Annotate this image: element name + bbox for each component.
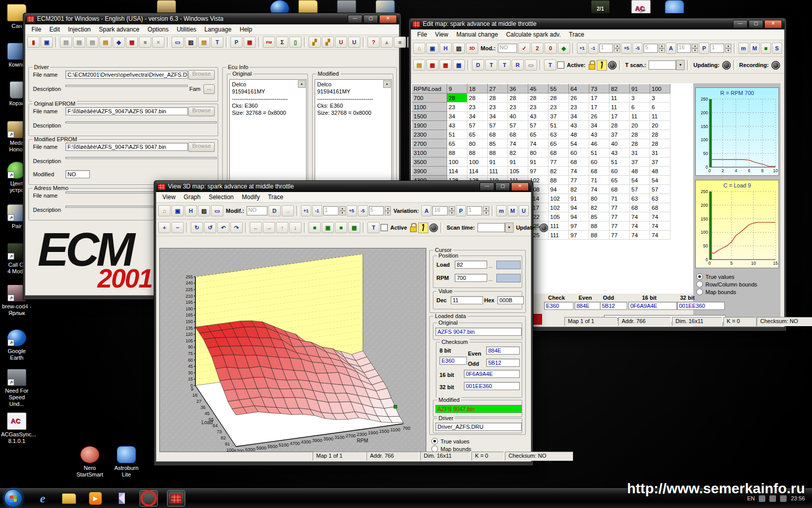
menu-item-edit[interactable]: Edit [45, 25, 64, 34]
map-cell[interactable]: 77 [610, 221, 630, 231]
map-cell[interactable]: 63 [549, 130, 569, 139]
lock-icon[interactable] [410, 223, 417, 232]
map-cell[interactable]: 100 [467, 157, 488, 167]
close-button[interactable]: ✕ [511, 182, 529, 191]
menu-item-trace[interactable]: Trace [565, 30, 588, 39]
map-cell[interactable]: 34 [447, 112, 467, 121]
mod-desc-field[interactable] [65, 157, 217, 159]
map-cell[interactable]: 88 [488, 148, 508, 157]
undo-icon[interactable]: ↶ [217, 222, 229, 233]
save-icon[interactable]: ▦ [126, 37, 138, 48]
map-cell[interactable]: 34 [467, 112, 488, 121]
map-cell[interactable]: 23 [528, 103, 549, 112]
map-cell[interactable]: 65 [528, 130, 549, 139]
clear-icon[interactable]: × [152, 37, 164, 48]
min-icon[interactable]: m [496, 205, 506, 216]
map-cell[interactable]: 48 [630, 167, 650, 176]
map-cell[interactable]: 17 [610, 112, 630, 121]
col-header[interactable]: 36 [508, 84, 528, 93]
row-header[interactable]: 3900 [412, 167, 447, 176]
map-cell[interactable]: 6 [650, 103, 670, 112]
map-cell[interactable]: 74 [630, 231, 650, 240]
map-cell[interactable]: 74 [528, 139, 549, 148]
map-cell[interactable]: 68 [508, 130, 528, 139]
absolute-icon[interactable]: A [666, 43, 676, 54]
dec-view-icon[interactable]: D [268, 205, 281, 216]
map-cell[interactable]: 34 [569, 112, 589, 121]
map-cell[interactable]: 114 [447, 167, 467, 176]
map-cell[interactable]: 77 [610, 231, 630, 240]
zoom-out-icon[interactable]: − [172, 222, 184, 233]
menu-item-language[interactable]: Language [200, 25, 235, 34]
memory-icon[interactable]: ▯ [289, 37, 301, 48]
map-cell[interactable]: 57 [650, 185, 670, 194]
percent-spinner[interactable]: ▴▾ [483, 206, 489, 215]
row-header[interactable]: 3500 [412, 157, 447, 167]
menu-item-graph[interactable]: Graph [180, 193, 205, 201]
close-button[interactable]: ✕ [764, 20, 782, 28]
mod-browse-button[interactable]: Browse [188, 142, 215, 152]
map-cell[interactable]: 88 [467, 148, 488, 157]
map-cell[interactable]: 111 [549, 221, 569, 231]
copy-icon[interactable]: ▣ [426, 43, 438, 54]
menu-item-trace[interactable]: Trace [264, 193, 287, 201]
map-cell[interactable]: 65 [549, 139, 569, 148]
map-cell[interactable]: 82 [549, 167, 569, 176]
map-cell[interactable]: 28 [467, 93, 488, 103]
open-icon[interactable]: ▤ [413, 59, 425, 71]
map-cell[interactable]: 28 [549, 93, 569, 103]
taskbar-explorer-icon[interactable] [60, 491, 78, 506]
map-cell[interactable]: 74 [630, 212, 650, 221]
copy-icon[interactable]: ▣ [41, 37, 53, 48]
map-cell[interactable]: 65 [610, 176, 630, 185]
sort-icon[interactable]: S [772, 43, 782, 54]
radio-dot-icon[interactable] [696, 281, 703, 288]
map-cell[interactable]: 68 [650, 203, 670, 212]
step1-spinner[interactable]: ▴▾ [340, 206, 346, 215]
map-cell[interactable]: 28 [650, 139, 670, 148]
step5-spinner[interactable]: ▴▾ [659, 44, 665, 53]
map-cell[interactable]: 77 [610, 203, 630, 212]
row-header[interactable]: 1900 [412, 121, 447, 130]
dec-view-icon[interactable]: D [472, 59, 484, 71]
updating-knob-icon[interactable] [722, 61, 731, 70]
walker-icon[interactable] [597, 60, 607, 71]
desktop-icon-moh[interactable] [151, 0, 182, 13]
map-cell[interactable]: 51 [610, 157, 630, 167]
col-header[interactable]: 18 [467, 84, 488, 93]
graph-2d-icon[interactable]: ▨ [198, 205, 210, 216]
text-view-icon[interactable]: T [485, 59, 497, 71]
map-cell[interactable]: 68 [488, 130, 508, 139]
map-cell[interactable]: 68 [630, 203, 650, 212]
map-cell[interactable]: 40 [508, 112, 528, 121]
map-cell[interactable]: 68 [569, 157, 589, 167]
hex-view-icon[interactable]: H [439, 43, 452, 54]
menu-item-injection[interactable]: Injection [64, 25, 95, 34]
export-icon[interactable]: ▦ [453, 59, 465, 71]
orig-desc-field[interactable] [65, 121, 217, 123]
update-view-icon[interactable]: U [519, 205, 529, 216]
map-cell[interactable]: 80 [589, 194, 610, 203]
write-eprom-icon[interactable]: ▞ [322, 37, 334, 48]
redo-icon[interactable]: ↷ [230, 222, 243, 233]
zero-icon[interactable]: 0 [545, 43, 557, 54]
desktop-icon-igs[interactable]: igs [625, 0, 657, 13]
map-cell[interactable]: 28 [508, 93, 528, 103]
map-cell[interactable]: 34 [589, 121, 610, 130]
absolute-icon[interactable]: A [421, 205, 431, 216]
map-cell[interactable]: 97 [569, 231, 589, 240]
map-cell[interactable]: 91 [528, 157, 549, 167]
map-cell[interactable]: 91 [569, 194, 589, 203]
link-knob-icon[interactable] [429, 224, 438, 232]
map-cell[interactable]: 91 [488, 157, 508, 167]
desktop-icon-astro[interactable] [659, 0, 690, 13]
map-cell[interactable]: 57 [467, 121, 488, 130]
pan-down-icon[interactable]: ↓ [289, 222, 301, 233]
taskbar-ie-icon[interactable]: e [34, 491, 51, 506]
trace-icon[interactable]: T [367, 222, 380, 233]
plus1-icon[interactable]: +1 [301, 205, 311, 216]
pan-right-icon[interactable]: → [263, 222, 275, 233]
desktop-icon-nfs[interactable] [331, 0, 362, 13]
fill-mesh-icon[interactable]: ▣ [322, 222, 334, 233]
map-cell[interactable]: 68 [549, 148, 569, 157]
